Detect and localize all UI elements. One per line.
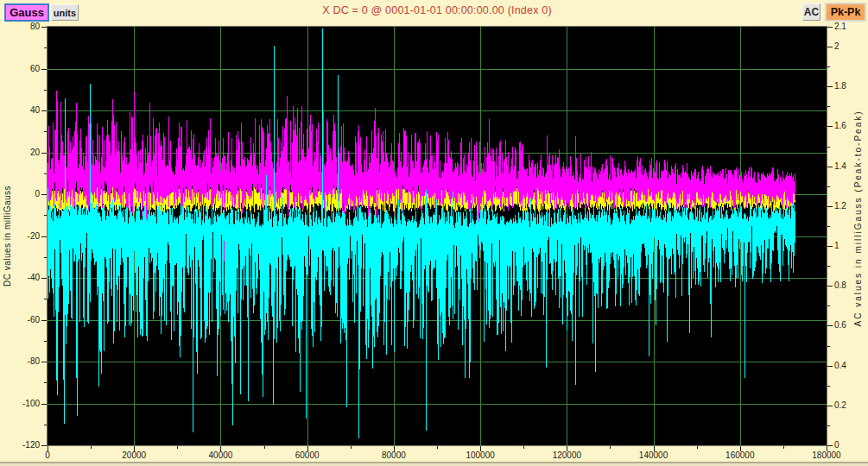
- right-axis-tick-label: 0.2: [834, 401, 868, 410]
- left-axis-tick-label: 0: [5, 190, 40, 198]
- x-axis-tick-label: 40000: [194, 451, 246, 460]
- x-axis-tick-label: 20000: [108, 451, 160, 460]
- right-axis-tick-label: 0.8: [834, 281, 868, 290]
- right-axis-title: AC values in milliGauss (Peak-to-Peak): [853, 146, 863, 327]
- right-axis-tick-label: 0: [834, 441, 868, 450]
- left-axis-tick-label: 60: [5, 65, 40, 73]
- right-axis-tick-label: 1.4: [834, 162, 868, 171]
- x-axis-tick-label: 160000: [714, 451, 766, 460]
- left-axis-tick-label: -60: [5, 316, 40, 324]
- left-axis-tick-label: 80: [5, 22, 40, 31]
- x-axis-tick-label: 180000: [801, 451, 852, 460]
- right-axis-tick-label: 1.8: [834, 82, 868, 91]
- left-axis-tick-label: -40: [5, 274, 40, 282]
- right-axis-tick-label: 1.6: [834, 122, 868, 130]
- instrument-panel: Gauss units X DC = 0 @ 0001-01-01 00:00:…: [0, 0, 868, 466]
- left-axis-tick-label: -80: [5, 357, 40, 366]
- right-axis-tick-label: 1: [834, 242, 868, 250]
- left-axis-tick-label: -100: [5, 400, 40, 408]
- right-axis-tick-label: 2: [834, 42, 868, 51]
- left-axis-tick-label: -20: [5, 232, 40, 241]
- right-axis-tick-label: 0.4: [834, 362, 868, 370]
- right-axis-tick-label: 1.2: [834, 202, 868, 211]
- axis-tick-marks: [41, 28, 833, 452]
- x-axis-tick-label: 120000: [541, 451, 592, 460]
- x-axis-tick-label: 80000: [368, 451, 420, 460]
- axis-ticks: [0, 0, 868, 466]
- x-axis-tick-label: 100000: [454, 451, 506, 460]
- x-axis-tick-label: 0: [22, 451, 73, 460]
- left-axis-tick-label: -120: [5, 441, 40, 450]
- x-axis-tick-label: 60000: [282, 451, 333, 460]
- left-axis-tick-label: 40: [5, 106, 40, 115]
- left-axis-tick-label: 20: [5, 148, 40, 157]
- right-axis-tick-label: 2.1: [834, 22, 868, 31]
- x-axis-tick-label: 140000: [628, 451, 680, 460]
- right-axis-tick-label: 0.6: [834, 321, 868, 330]
